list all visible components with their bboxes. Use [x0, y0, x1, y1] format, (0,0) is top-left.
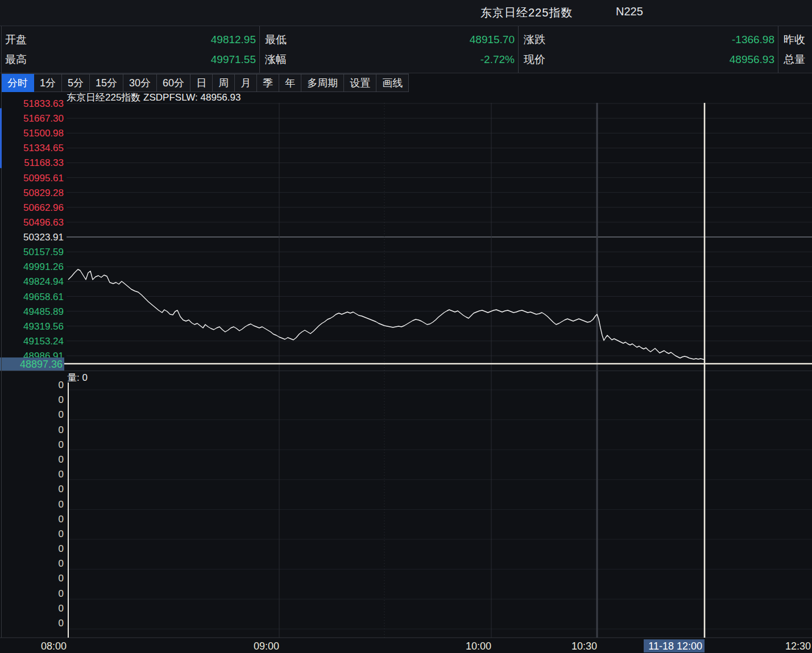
y-axis-label: 51334.65	[23, 143, 64, 153]
y-axis-label: 51667.30	[23, 113, 64, 124]
volume-zero-label: 0	[59, 603, 64, 614]
volume-zero-label: 0	[59, 454, 64, 465]
x-axis-label: 09:00	[254, 640, 279, 652]
volume-zero-label: 0	[59, 529, 64, 539]
volume-zero-label: 0	[59, 543, 64, 554]
x-axis-label: 12:30	[785, 640, 811, 652]
y-axis-label: 49153.24	[23, 336, 64, 347]
volume-zero-label: 0	[59, 558, 64, 569]
y-axis-label: 50829.28	[23, 188, 64, 198]
volume-zero-label: 0	[59, 469, 64, 480]
y-axis-label: 50662.96	[23, 202, 64, 213]
y-axis-label: 49658.61	[23, 292, 64, 302]
volume-zero-label: 0	[59, 499, 64, 510]
y-axis-label: 50995.61	[23, 173, 64, 184]
trading-app-window: 东京日经225指数 N225 开盘49812.95最高49971.55最低489…	[0, 0, 812, 653]
crosshair-price-tag: 48897.36	[20, 359, 63, 370]
x-axis-label: 10:30	[571, 640, 597, 652]
y-axis-label: 50323.91	[23, 232, 64, 243]
chart-overlay-title: 东京日经225指数 ZSDPFSLW: 48956.93	[67, 92, 241, 103]
volume-zero-label: 0	[59, 573, 64, 584]
y-axis-label: 49485.89	[23, 306, 64, 317]
volume-zero-label: 0	[59, 484, 64, 494]
y-axis-label: 49991.26	[23, 261, 64, 272]
y-axis-label: 51833.63	[23, 98, 64, 109]
y-axis-label: 50496.63	[23, 217, 64, 228]
y-axis-label: 49319.56	[23, 321, 64, 332]
x-axis-label: 08:00	[41, 640, 67, 652]
y-axis-label: 50157.59	[23, 247, 64, 257]
volume-zero-label: 0	[59, 618, 64, 629]
crosshair-time-tag: 11-18 12:00	[648, 640, 702, 652]
volume-zero-label: 0	[59, 394, 64, 405]
y-axis-label: 51168.33	[24, 157, 64, 168]
left-scrollbar-thumb[interactable]	[0, 108, 2, 168]
volume-zero-label: 0	[59, 439, 64, 450]
volume-zero-label: 0	[59, 409, 64, 420]
x-axis-label: 10:00	[466, 640, 491, 652]
price-line	[68, 269, 705, 360]
volume-zero-label: 0	[59, 425, 64, 435]
y-axis-label: 51500.98	[23, 128, 64, 139]
volume-zero-label: 0	[59, 514, 64, 525]
volume-zero-label: 0	[59, 588, 64, 599]
y-axis-label: 49824.94	[23, 276, 64, 287]
chart-area[interactable]: 51833.6351667.3051500.9851334.6551168.33…	[0, 0, 812, 653]
volume-header: 量: 0	[67, 372, 88, 383]
volume-zero-label: 0	[59, 380, 64, 390]
